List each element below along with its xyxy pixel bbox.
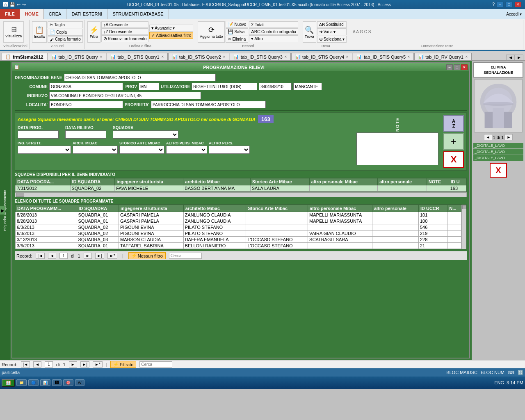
denominazione-input[interactable] (64, 74, 216, 81)
quick-access-redo[interactable]: ↪ (22, 2, 26, 7)
seleziona-button[interactable]: ⊕ Seleziona ▾ (317, 36, 347, 43)
bottom-nav-next[interactable]: ► (69, 361, 77, 368)
tab-home[interactable]: HOME (20, 9, 44, 19)
doc-tab-query3[interactable]: 📊 tab_ID_STIS Query2 ✕ (168, 53, 229, 60)
prov-input[interactable] (139, 83, 159, 90)
tab-crea[interactable]: CREA (44, 9, 67, 19)
query2-close[interactable]: ✕ (161, 55, 164, 59)
minimize-button[interactable]: – (496, 2, 504, 7)
altro-pers-select[interactable] (209, 146, 250, 154)
table-row[interactable]: 8/28/2013SQUADRA_01GASPARI PAMELAZANLUNG… (16, 212, 461, 218)
data-prog-input[interactable] (18, 130, 59, 139)
table-row[interactable]: 8/28/2013SQUADRA_01GASPARI PAMELAZANLUNG… (16, 218, 461, 224)
quick-access-save[interactable]: 💾 (9, 2, 15, 7)
table-row[interactable]: 7/31/2012 SQUADRA_02 FAVA MICHELE BASSO … (16, 185, 466, 192)
delete-button[interactable]: X (443, 151, 464, 168)
tab-file[interactable]: FILE (0, 9, 20, 19)
nav-new[interactable]: ►* (107, 253, 117, 259)
right-x-button[interactable]: X (490, 163, 507, 178)
quick-access-undo[interactable]: ↩ (17, 2, 21, 7)
maximize-button[interactable]: □ (505, 2, 513, 7)
tab-dati-esterni[interactable]: DATI ESTERNI (66, 9, 107, 19)
h-scrollbar[interactable] (15, 192, 467, 197)
visualizza-button[interactable]: 🖥 Visualizza (3, 21, 24, 43)
doc-tab-query6[interactable]: 📊 tab_ID_STIS Query5 ✕ (353, 53, 414, 60)
panel-toggle[interactable]: ▶ (0, 206, 5, 215)
taskbar-excel[interactable]: 📊 (40, 379, 50, 386)
form-minimize-button[interactable]: – (446, 64, 453, 70)
localita-input[interactable] (49, 101, 123, 108)
salva-button[interactable]: 💾 Salva (226, 28, 248, 35)
bottom-nav-prev[interactable]: ◄ (33, 361, 41, 368)
data-rilievo-input[interactable] (65, 130, 106, 139)
query3-close[interactable]: ✕ (223, 55, 226, 59)
copia-button[interactable]: 📄 Copia (48, 29, 83, 36)
doc-tab-query7[interactable]: 📊 tab_ID_RV Query1 ✕ (414, 53, 472, 60)
storico-arte-select[interactable] (119, 146, 164, 154)
taskbar-explorer[interactable]: 📁 (16, 379, 27, 386)
bottom-nav-first[interactable]: |◄ (21, 361, 30, 368)
doc-tab-query2[interactable]: 📊 tab_ID_STIS Query1 ✕ (107, 53, 168, 60)
squadra-select[interactable] (113, 130, 178, 139)
taskbar-word[interactable]: W (75, 379, 84, 386)
attiva-filtro-button[interactable]: ✓ Attiva/disattiva filtro (149, 32, 193, 39)
nav-search[interactable] (169, 253, 202, 259)
table-row[interactable]: 6/3/2013SQUADRA_02PIGOUNI EVINAPILATO ST… (16, 224, 461, 231)
right-nav-next[interactable]: ► (504, 134, 513, 140)
right-nav-prev[interactable]: ◄ (484, 134, 492, 140)
add-button[interactable]: + (443, 133, 464, 150)
doc-tab-query1[interactable]: 📊 tab_ID_STIS Query ✕ (48, 53, 106, 60)
doc-tab-query5[interactable]: 📊 tab_ID_STIS Query4 ✕ (291, 53, 352, 60)
incolla-button[interactable]: 📋 Incolla (32, 21, 47, 43)
bottom-nav-new[interactable]: ►* (93, 361, 103, 368)
elimina-button[interactable]: ✕ Elimina (226, 36, 248, 43)
tab-scroll-right[interactable]: ► (515, 55, 523, 60)
taskbar-start[interactable]: 🪟 (2, 379, 15, 387)
trova-button[interactable]: 🔍 Trova (303, 21, 316, 43)
doc-tab-frmsisma[interactable]: 📋 frmSisma2012 (2, 53, 47, 60)
arch-mibac-select[interactable] (73, 146, 118, 154)
nav-prev[interactable]: ◄ (48, 253, 56, 259)
help-button[interactable]: ? (492, 2, 495, 7)
query6-close[interactable]: ✕ (407, 55, 410, 59)
scroll-thumb[interactable] (16, 193, 24, 197)
nav-next[interactable]: ► (84, 253, 92, 259)
utilizzatore-input[interactable] (192, 83, 257, 90)
v-scrollbar[interactable] (461, 205, 466, 249)
taskbar-access-btn[interactable]: 🅰 (52, 379, 62, 386)
utilizzatore-status[interactable] (293, 83, 322, 90)
rimuovi-ord-button[interactable]: ⊘ Rimuovi ordinamento (101, 35, 149, 42)
proprieta-input[interactable] (151, 101, 266, 108)
table-row[interactable]: 3/6/2013SQUADRA_01TAFFAREL SABRINABELLON… (16, 243, 461, 249)
note-textarea[interactable] (356, 132, 438, 165)
query5-close[interactable]: ✕ (346, 55, 349, 59)
nuovo-button[interactable]: 📝 Nuovo (226, 21, 248, 28)
filtro-button[interactable]: ⚡ Filtro (87, 21, 100, 43)
bottom-nav-last[interactable]: ►| (80, 361, 90, 368)
doc-tab-query4[interactable]: 📊 tab_ID_STIS Query3 ✕ (230, 53, 291, 60)
query4-close[interactable]: ✕ (284, 55, 287, 59)
elimina-segnalazione-button[interactable]: ELIMINASEGNALAZIONE (473, 62, 523, 78)
altro-pers-mibac-select[interactable] (166, 146, 207, 154)
taskbar-ie[interactable]: 🔵 (28, 379, 39, 386)
squadre-table-container[interactable]: DATA PROGRA... ID SQUADRA ingegnere stru… (15, 178, 467, 192)
avanzate-button[interactable]: ▾ Avanzate ▾ (149, 25, 193, 32)
taskbar-app5[interactable]: 🎯 (63, 379, 73, 386)
tab-scroll-left[interactable]: ◄ (506, 55, 515, 60)
totali-button[interactable]: Σ Totali (249, 21, 298, 28)
close-button[interactable]: ✕ (514, 2, 522, 7)
ing-strutt-select[interactable] (18, 146, 71, 154)
decrescente-button[interactable]: ↓Z Decrescente (101, 28, 149, 35)
sostituisci-button[interactable]: AB Sostituisci (317, 21, 347, 28)
nav-current[interactable] (59, 253, 68, 259)
query7-close[interactable]: ✕ (465, 55, 468, 59)
vai-a-button[interactable]: ➜ Vai a ▾ (317, 28, 347, 35)
nav-first[interactable]: |◄ (36, 253, 45, 259)
sort-button[interactable]: AZ (443, 115, 464, 132)
bottom-search[interactable] (139, 361, 172, 368)
nav-last[interactable]: ►| (95, 253, 105, 259)
taglia-button[interactable]: ✂ Taglia (48, 21, 83, 28)
form-close-button[interactable]: ✕ (461, 64, 468, 70)
form-maximize-button[interactable]: □ (454, 64, 460, 70)
table-row[interactable]: 3/13/2013SQUADRA_03MARSON CLAUDIADAFFRA … (16, 237, 461, 243)
